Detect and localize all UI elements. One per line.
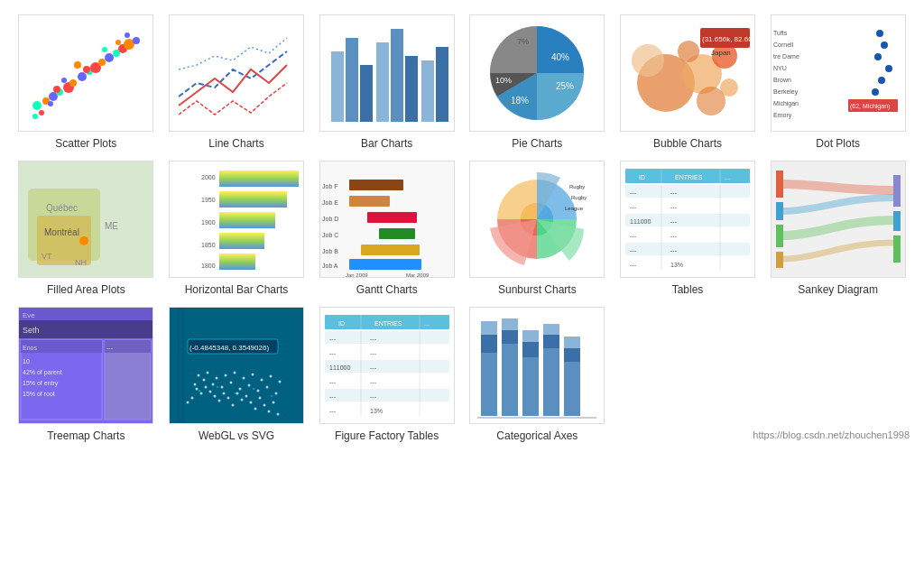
svg-rect-90 <box>219 212 275 228</box>
chart-item-bar-charts[interactable]: Bar Charts <box>315 14 458 150</box>
svg-rect-161 <box>170 308 303 423</box>
figure-factory-tables-thumb[interactable]: ID ENTRIES ... --- --- --- --- 111000 --… <box>319 307 455 424</box>
chart-item-sunburst-charts[interactable]: Rugby Rugby League Sunburst Charts <box>466 161 609 296</box>
svg-text:15% of entry: 15% of entry <box>23 380 59 387</box>
svg-text:---: --- <box>329 350 337 356</box>
svg-text:Jan 2009: Jan 2009 <box>346 272 368 277</box>
scatter-plots-thumb[interactable] <box>18 14 153 132</box>
svg-text:10%: 10% <box>495 76 512 85</box>
line-charts-thumb[interactable] <box>169 14 304 132</box>
svg-rect-88 <box>219 171 299 187</box>
chart-item-categorical-axes[interactable]: Categorical Axes <box>466 307 609 442</box>
svg-text:Japan: Japan <box>711 49 731 57</box>
svg-point-162 <box>195 388 198 391</box>
chart-item-sankey-diagram[interactable]: Sankey Diagram <box>766 161 910 296</box>
horizontal-bar-charts-thumb[interactable]: 2000 1950 1900 1850 1800 <box>169 161 304 278</box>
svg-text:---: --- <box>329 336 337 342</box>
svg-text:15% of root: 15% of root <box>23 391 55 397</box>
svg-point-198 <box>242 377 245 380</box>
svg-rect-142 <box>776 252 783 268</box>
svg-rect-246 <box>522 330 539 342</box>
svg-text:25%: 25% <box>556 81 574 91</box>
svg-rect-251 <box>564 348 580 362</box>
svg-text:---: --- <box>329 393 337 400</box>
svg-point-205 <box>235 392 236 394</box>
svg-text:Job B: Job B <box>322 248 338 254</box>
svg-point-7 <box>78 72 87 81</box>
svg-rect-252 <box>564 337 580 348</box>
svg-text:tre Dame: tre Dame <box>773 53 799 60</box>
svg-text:Michigan: Michigan <box>773 100 799 107</box>
bar-charts-thumb[interactable] <box>319 14 455 132</box>
svg-text:10: 10 <box>23 358 30 364</box>
svg-point-168 <box>213 395 216 398</box>
svg-point-185 <box>211 383 214 386</box>
horizontal-bar-charts-label: Horizontal Bar Charts <box>185 283 289 296</box>
svg-text:Eve: Eve <box>23 311 35 319</box>
svg-rect-221 <box>325 389 449 401</box>
categorical-axes-thumb[interactable] <box>469 307 605 424</box>
svg-text:---: --- <box>370 393 377 400</box>
svg-point-195 <box>215 377 217 380</box>
svg-text:13%: 13% <box>670 262 683 268</box>
sankey-diagram-thumb[interactable] <box>771 161 906 278</box>
svg-text:Tufts: Tufts <box>773 30 788 36</box>
bubble-charts-thumb[interactable]: (31.656k, 82.603) Japan <box>620 14 755 132</box>
svg-rect-141 <box>776 225 783 247</box>
svg-rect-218 <box>325 346 449 358</box>
svg-point-199 <box>251 374 254 376</box>
svg-rect-238 <box>481 353 497 416</box>
svg-rect-143 <box>893 175 901 207</box>
chart-item-tables[interactable]: ID ENTRIES ... --- --- --- --- 111000 --… <box>616 161 760 296</box>
svg-point-81 <box>79 236 88 245</box>
sunburst-charts-thumb[interactable]: Rugby Rugby League <box>469 161 605 278</box>
chart-item-webgl-vs-svg[interactable]: (-0.4845348, 0.3549026) WebGL vs SVG <box>165 307 309 442</box>
tables-thumb[interactable]: ID ENTRIES ... --- --- --- --- 111000 --… <box>620 161 755 278</box>
chart-item-dot-plots[interactable]: Tufts Cornell tre Dame NYU Brown Berkele… <box>766 14 910 150</box>
svg-rect-247 <box>543 348 559 416</box>
svg-rect-244 <box>522 357 539 416</box>
svg-text:18%: 18% <box>511 96 529 106</box>
dot-plots-thumb[interactable]: Tufts Cornell tre Dame NYU Brown Berkele… <box>771 14 906 132</box>
svg-rect-31 <box>376 42 389 122</box>
chart-item-figure-factory-tables[interactable]: ID ENTRIES ... --- --- --- --- 111000 --… <box>315 307 458 442</box>
pie-charts-thumb[interactable]: 40% 25% 18% 10% 7% <box>469 14 605 132</box>
figure-factory-tables-label: Figure Factory Tables <box>335 429 439 442</box>
svg-text:Rugby: Rugby <box>571 195 587 200</box>
svg-point-202 <box>278 381 281 383</box>
chart-item-filled-area-plots[interactable]: Québec Montréal ME VT NH Filled Area Plo… <box>14 161 158 296</box>
svg-text:Cornell: Cornell <box>773 42 794 48</box>
chart-item-treemap-charts[interactable]: Eve Seth Enos 10 42% of parent 15% of en… <box>14 307 158 442</box>
chart-item-line-charts[interactable]: Line Charts <box>165 14 309 150</box>
svg-text:Emory: Emory <box>773 112 792 119</box>
svg-rect-121 <box>625 228 750 241</box>
line-charts-label: Line Charts <box>208 137 263 150</box>
chart-item-gantt-charts[interactable]: Job F Job E Job D Job C Job B Job A Jan … <box>315 161 458 296</box>
svg-text:ID: ID <box>639 174 645 180</box>
treemap-charts-thumb[interactable]: Eve Seth Enos 10 42% of parent 15% of en… <box>18 307 153 424</box>
svg-point-174 <box>240 399 243 401</box>
chart-item-bubble-charts[interactable]: (31.656k, 82.603) Japan Bubble Charts <box>616 14 760 150</box>
svg-text:NH: NH <box>75 258 87 267</box>
svg-rect-243 <box>502 318 518 330</box>
chart-item-scatter-plots[interactable]: Scatter Plots <box>14 14 158 150</box>
svg-point-180 <box>267 411 270 413</box>
svg-rect-217 <box>325 331 449 344</box>
chart-item-horizontal-bar-charts[interactable]: 2000 1950 1900 1850 1800 Horizontal Bar … <box>165 161 309 296</box>
svg-text:Job D: Job D <box>322 216 338 222</box>
svg-point-166 <box>186 401 189 404</box>
svg-point-190 <box>256 390 259 392</box>
chart-item-pie-charts[interactable]: 40% 25% 18% 10% 7% Pie Charts <box>466 14 609 150</box>
svg-text:NYU: NYU <box>773 65 787 71</box>
svg-text:Québec: Québec <box>46 203 78 213</box>
svg-text:---: --- <box>670 204 678 210</box>
svg-text:Seth: Seth <box>23 326 40 335</box>
gantt-charts-thumb[interactable]: Job F Job E Job D Job C Job B Job A Jan … <box>319 161 455 278</box>
categorical-axes-label: Categorical Axes <box>496 429 578 442</box>
svg-text:---: --- <box>630 189 637 196</box>
svg-text:1900: 1900 <box>201 219 216 226</box>
filled-area-plots-thumb[interactable]: Québec Montréal ME VT NH <box>18 161 153 278</box>
svg-text:---: --- <box>329 408 337 414</box>
webgl-vs-svg-thumb[interactable]: (-0.4845348, 0.3549026) <box>169 307 304 424</box>
scatter-plots-label: Scatter Plots <box>55 137 116 150</box>
